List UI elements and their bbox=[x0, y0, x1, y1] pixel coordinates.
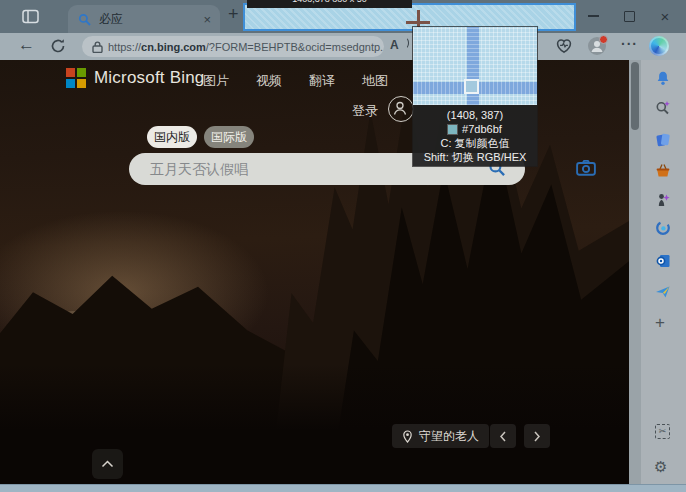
picker-copy-hint: C: 复制颜色值 bbox=[413, 136, 537, 150]
sidebar-bell-icon[interactable] bbox=[655, 70, 672, 87]
picker-coordinates: (1408, 387) bbox=[413, 108, 537, 122]
magnified-pixels bbox=[413, 27, 537, 105]
hero-caption-link[interactable]: 守望的老人 bbox=[392, 424, 489, 448]
sidebar-shopping-icon[interactable] bbox=[655, 163, 672, 180]
browser-essentials-icon[interactable] bbox=[555, 37, 575, 57]
color-picker-info: (1408, 387) #7db6bf C: 复制颜色值 Shift: 切换 R… bbox=[413, 105, 537, 166]
bing-brand[interactable]: Microsoft Bing bbox=[94, 68, 205, 88]
nav-images[interactable]: 图片 bbox=[203, 72, 229, 90]
minimize-button[interactable] bbox=[580, 5, 606, 27]
copilot-icon[interactable] bbox=[649, 36, 669, 56]
back-button[interactable]: ← bbox=[18, 35, 35, 55]
ms-logo-blue bbox=[66, 79, 75, 88]
hero-prev-button[interactable] bbox=[490, 424, 516, 448]
picker-color-row: #7db6bf bbox=[413, 122, 537, 136]
hero-caption-text: 守望的老人 bbox=[419, 428, 479, 445]
ms-logo-red bbox=[66, 68, 75, 77]
url-text: https://cn.bing.com/?FORM=BEHPTB&ocid=ms… bbox=[108, 41, 384, 53]
address-bar[interactable]: https://cn.bing.com/?FORM=BEHPTB&ocid=ms… bbox=[82, 36, 384, 57]
ms-logo-yellow bbox=[77, 79, 86, 88]
color-picker-magnifier: (1408, 387) #7db6bf C: 复制颜色值 Shift: 切换 R… bbox=[413, 27, 537, 166]
visual-search-camera-icon[interactable] bbox=[576, 159, 596, 176]
browser-window: 必应 × + × ← https://cn.bing.com/?FORM=BEH… bbox=[0, 0, 686, 492]
edition-tab-international[interactable]: 国际版 bbox=[204, 126, 254, 148]
sidebar-search-icon[interactable] bbox=[655, 100, 672, 117]
capture-region-info: 1408,378 880 x 50 bbox=[247, 0, 412, 8]
picker-hex-value: #7db6bf bbox=[462, 123, 502, 135]
sidebar-send-plane-icon[interactable] bbox=[655, 284, 672, 301]
read-aloud-button[interactable]: A bbox=[390, 38, 399, 52]
magnifier-center-pixel bbox=[464, 79, 479, 94]
edition-tab-domestic[interactable]: 国内版 bbox=[147, 126, 197, 148]
navigation-toolbar: ← https://cn.bing.com/?FORM=BEHPTB&ocid=… bbox=[0, 33, 686, 60]
login-link[interactable]: 登录 bbox=[352, 102, 378, 120]
maximize-button[interactable] bbox=[616, 5, 642, 27]
tab-title: 必应 bbox=[99, 11, 203, 28]
nav-translate[interactable]: 翻译 bbox=[309, 72, 335, 90]
sidebar-outlook-icon[interactable] bbox=[655, 253, 672, 270]
tab-actions-icon[interactable] bbox=[22, 9, 40, 24]
page-scrollbar[interactable] bbox=[629, 60, 641, 484]
refresh-button[interactable] bbox=[50, 38, 66, 54]
microsoft-logo bbox=[66, 68, 87, 89]
picker-toggle-hint: Shift: 切换 RGB/HEX bbox=[413, 150, 537, 164]
profile-avatar[interactable] bbox=[588, 37, 606, 55]
sidebar-globe-icon[interactable] bbox=[655, 220, 672, 237]
search-query-text: 五月天否认假唱 bbox=[150, 161, 248, 179]
settings-more-button[interactable]: ··· bbox=[621, 36, 638, 52]
ms-logo-green bbox=[77, 68, 86, 77]
sidebar-games-icon[interactable] bbox=[655, 192, 672, 209]
profile-notification-dot bbox=[599, 35, 608, 44]
edge-sidebar: + ✂ ⚙ bbox=[641, 60, 686, 484]
location-pin-icon bbox=[402, 430, 413, 443]
bing-nav: 图片 视频 翻译 地图 ··· bbox=[203, 72, 428, 90]
sidebar-settings-gear-icon[interactable]: ⚙ bbox=[654, 458, 667, 476]
sidebar-screenshot-icon[interactable]: ✂ bbox=[655, 424, 672, 441]
url-host: cn.bing.com bbox=[141, 41, 206, 53]
window-bottom-edge bbox=[0, 484, 686, 492]
collapse-feed-button[interactable] bbox=[92, 449, 123, 479]
browser-tab-bing[interactable]: 必应 × bbox=[68, 5, 220, 33]
color-swatch bbox=[448, 125, 457, 134]
nav-maps[interactable]: 地图 bbox=[362, 72, 388, 90]
hero-next-button[interactable] bbox=[524, 424, 550, 448]
lock-icon bbox=[92, 41, 103, 53]
new-tab-button[interactable]: + bbox=[228, 4, 239, 25]
tab-close-icon[interactable]: × bbox=[203, 12, 211, 27]
sidebar-collections-icon[interactable] bbox=[655, 132, 672, 149]
nav-videos[interactable]: 视频 bbox=[256, 72, 282, 90]
bing-search-favicon-icon bbox=[78, 13, 91, 26]
close-button[interactable]: × bbox=[652, 5, 678, 27]
scrollbar-thumb[interactable] bbox=[631, 62, 639, 130]
sidebar-add-button[interactable]: + bbox=[655, 313, 665, 333]
login-avatar-icon[interactable] bbox=[388, 96, 414, 122]
